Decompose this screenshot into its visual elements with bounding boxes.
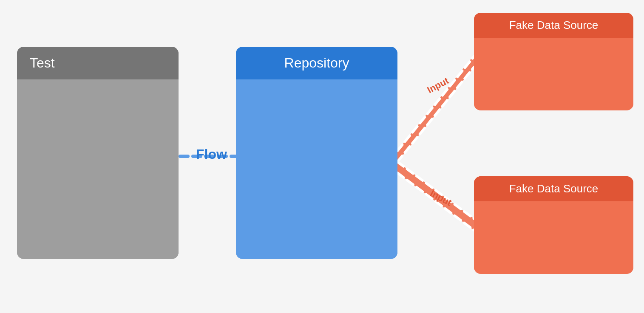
fds-node-2-title: Fake Data Source <box>509 182 599 195</box>
flow-label: Flow <box>196 147 227 162</box>
svg-line-7 <box>397 173 474 230</box>
repository-node-title: Repository <box>284 55 349 70</box>
test-node: Test <box>17 47 179 259</box>
fds-node-1-header: Fake Data Source <box>474 13 633 38</box>
repository-node-header: Repository <box>236 47 397 79</box>
svg-text:Input: Input <box>428 188 454 208</box>
fake-data-source-node-1: Fake Data Source <box>474 13 633 110</box>
fds-node-2-header: Fake Data Source <box>474 176 633 201</box>
test-node-header: Test <box>17 47 179 79</box>
repository-node: Repository <box>236 47 397 259</box>
svg-text:Input: Input <box>426 75 451 96</box>
fake-data-source-node-2: Fake Data Source <box>474 176 633 274</box>
repository-node-body <box>236 79 397 258</box>
test-node-body <box>17 79 179 258</box>
fds-node-1-body <box>474 38 633 110</box>
svg-marker-2 <box>397 55 474 162</box>
fds-node-1-title: Fake Data Source <box>509 19 599 31</box>
svg-marker-5 <box>397 162 474 230</box>
test-node-title: Test <box>30 55 55 70</box>
svg-line-3 <box>397 56 474 151</box>
svg-line-4 <box>397 67 474 162</box>
svg-line-6 <box>397 162 474 219</box>
fds-node-2-body <box>474 201 633 274</box>
canvas: Input Input Test Repository <box>0 0 644 313</box>
